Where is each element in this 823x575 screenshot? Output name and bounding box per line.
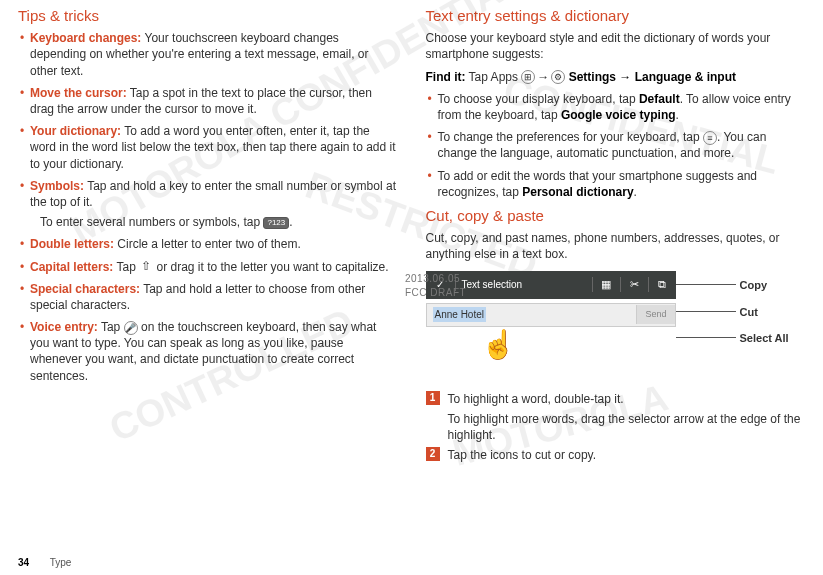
step-line: To highlight more words, drag the select…	[448, 411, 806, 443]
copy-icon: ⧉	[648, 277, 676, 292]
cut-icon: ✂	[620, 277, 648, 292]
tip-keyboard-changes: Keyboard changes: Your touchscreen keybo…	[20, 30, 398, 79]
tip-double-letters: Double letters: Circle a letter to enter…	[20, 236, 398, 252]
find-it-line: Find it: Tap Apps ⊞ → ⚙ Settings → Langu…	[426, 69, 806, 85]
draft-watermark: 2013.06.05 FCC DRAFT	[405, 272, 466, 299]
tip-text: Tap and hold a key to enter the small nu…	[30, 179, 396, 209]
tip-pre: Tap	[113, 260, 139, 274]
shift-key-icon: ⇧	[139, 260, 153, 274]
step-2: 2 Tap the icons to cut or copy.	[426, 447, 806, 463]
text-input-row: Anne Hotel Send	[426, 303, 676, 327]
numsym-key-icon: ?123	[263, 217, 289, 229]
tip-dictionary: Your dictionary: To add a word you enter…	[20, 123, 398, 172]
action-bar-title: Text selection	[456, 278, 592, 292]
setting-personal-dictionary: To add or edit the words that your smart…	[428, 168, 806, 200]
tips-heading: Tips & tricks	[18, 6, 398, 26]
find-it-label: Find it:	[426, 70, 466, 84]
tap-hand-icon: ☝	[481, 326, 516, 364]
step-1: 1 To highlight a word, double-tap it. To…	[426, 391, 806, 444]
select-all-callout: Select All	[740, 331, 789, 346]
sliders-icon: ≡	[703, 131, 717, 145]
cut-copy-heading: Cut, copy & paste	[426, 206, 806, 226]
term: Voice entry:	[30, 320, 98, 334]
term: Move the cursor:	[30, 86, 127, 100]
section-name: Type	[50, 557, 72, 568]
tip-post: or drag it to the letter you want to cap…	[153, 260, 388, 274]
t: Personal dictionary	[522, 185, 633, 199]
t: To change the preferences for your keybo…	[438, 130, 704, 144]
tip-move-cursor: Move the cursor: Tap a spot in the text …	[20, 85, 398, 117]
tip-voice-entry: Voice entry: Tap 🎤 on the touchscreen ke…	[20, 319, 398, 384]
t: To choose your display keyboard, tap	[438, 92, 639, 106]
step-number: 1	[426, 391, 440, 405]
tip-pre: Tap	[98, 320, 124, 334]
cut-copy-illustration: ✓ Text selection ▦ ✂ ⧉ Anne Hotel Send ☝…	[426, 271, 806, 381]
arrow-icon: →	[535, 69, 551, 85]
t: .	[634, 185, 637, 199]
term: Special characters:	[30, 282, 140, 296]
gear-icon: ⚙	[551, 70, 565, 84]
term: Symbols:	[30, 179, 84, 193]
select-all-icon: ▦	[592, 277, 620, 292]
find-it-pre: Tap Apps	[465, 70, 521, 84]
draft-label: FCC DRAFT	[405, 286, 466, 300]
send-button: Send	[636, 305, 674, 323]
t: Google voice typing	[561, 108, 676, 122]
tip-text: Circle a letter to enter two of them.	[114, 237, 301, 251]
step-line: Tap the icons to cut or copy.	[448, 447, 806, 463]
page-footer: 34 Type	[18, 556, 71, 570]
left-column: Tips & tricks Keyboard changes: Your tou…	[18, 6, 398, 467]
setting-keyboard-prefs: To change the preferences for your keybo…	[428, 129, 806, 161]
term: Capital letters:	[30, 260, 113, 274]
highlighted-text: Anne Hotel	[433, 307, 486, 323]
term: Double letters:	[30, 237, 114, 251]
text-entry-heading: Text entry settings & dictionary	[426, 6, 806, 26]
t: .	[676, 108, 679, 122]
cut-callout: Cut	[740, 305, 758, 320]
microphone-icon: 🎤	[124, 321, 138, 335]
lang-input-bold: → Language & input	[616, 70, 736, 84]
apps-grid-icon: ⊞	[521, 70, 535, 84]
copy-callout: Copy	[740, 278, 768, 293]
page-number: 34	[18, 557, 29, 568]
tip-symbols: Symbols: Tap and hold a key to enter the…	[20, 178, 398, 231]
term: Your dictionary:	[30, 124, 121, 138]
tip-sub-post: .	[289, 215, 292, 229]
tip-capital-letters: Capital letters: Tap ⇧ or drag it to the…	[20, 259, 398, 275]
cut-copy-intro: Cut, copy, and past names, phone numbers…	[426, 230, 806, 262]
setting-default-keyboard: To choose your display keyboard, tap Def…	[428, 91, 806, 123]
right-column: Text entry settings & dictionary Choose …	[426, 6, 806, 467]
term: Keyboard changes:	[30, 31, 141, 45]
step-line: To highlight a word, double-tap it.	[448, 391, 806, 407]
tip-sub-pre: To enter several numbers or symbols, tap	[40, 215, 263, 229]
draft-date: 2013.06.05	[405, 272, 466, 286]
settings-bold: Settings	[565, 70, 616, 84]
text-entry-intro: Choose your keyboard style and edit the …	[426, 30, 806, 62]
tip-special-chars: Special characters: Tap and hold a lette…	[20, 281, 398, 313]
t: Default	[639, 92, 680, 106]
step-number: 2	[426, 447, 440, 461]
